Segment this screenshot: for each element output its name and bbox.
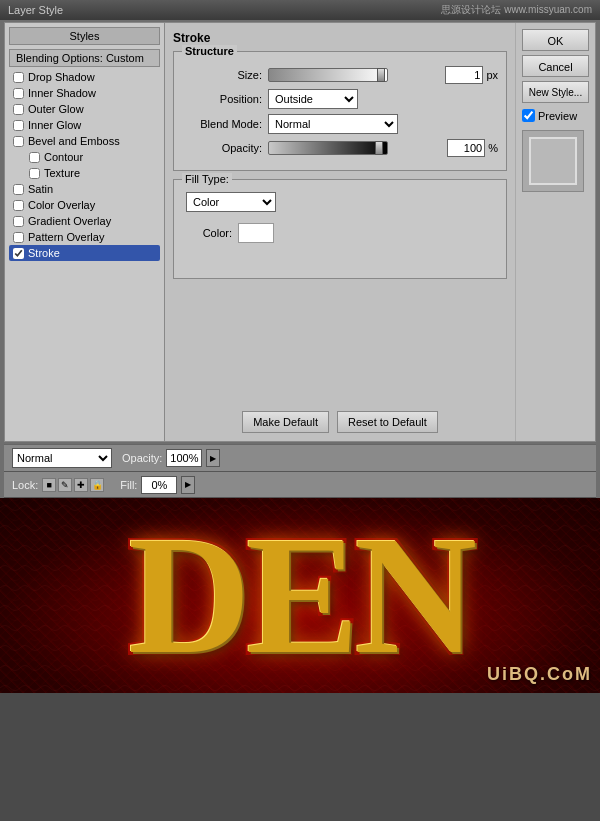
layer-item-texture[interactable]: Texture: [9, 165, 160, 181]
layer-item-contour[interactable]: Contour: [9, 149, 160, 165]
color-overlay-checkbox[interactable]: [13, 200, 24, 211]
layer-item-satin[interactable]: Satin: [9, 181, 160, 197]
drop-shadow-label: Drop Shadow: [28, 71, 95, 83]
toolbar-fill-arrow[interactable]: ▶: [181, 476, 195, 494]
color-overlay-label: Color Overlay: [28, 199, 95, 211]
size-input[interactable]: [445, 66, 483, 84]
fill-type-select[interactable]: Color Gradient Pattern: [186, 192, 276, 212]
preview-label: Preview: [538, 110, 577, 122]
lock-all-icon[interactable]: 🔒: [90, 478, 104, 492]
inner-shadow-label: Inner Shadow: [28, 87, 96, 99]
layer-item-pattern-overlay[interactable]: Pattern Overlay: [9, 229, 160, 245]
size-slider-container[interactable]: [268, 68, 441, 82]
structure-group: Structure Size: px: [173, 51, 507, 171]
drop-shadow-checkbox[interactable]: [13, 72, 24, 83]
watermark-top: 思源设计论坛 www.missyuan.com: [441, 3, 592, 17]
contour-label: Contour: [44, 151, 83, 163]
inner-glow-checkbox[interactable]: [13, 120, 24, 131]
toolbar-fill-value[interactable]: 0%: [141, 476, 177, 494]
make-default-button[interactable]: Make Default: [242, 411, 329, 433]
size-slider[interactable]: [268, 68, 388, 82]
new-style-button[interactable]: New Style...: [522, 81, 589, 103]
left-panel: Styles Blending Options: Custom Drop Sha…: [5, 23, 165, 441]
inner-shadow-checkbox[interactable]: [13, 88, 24, 99]
layer-item-inner-glow[interactable]: Inner Glow: [9, 117, 160, 133]
satin-label: Satin: [28, 183, 53, 195]
position-row: Position: Outside Inside Center: [182, 89, 498, 109]
pattern-overlay-checkbox[interactable]: [13, 232, 24, 243]
ok-button[interactable]: OK: [522, 29, 589, 51]
preview-box: [522, 130, 584, 192]
canvas-background: DEN DEN UiBQ.CoM: [0, 498, 600, 693]
toolbar-opacity-arrow[interactable]: ▶: [206, 449, 220, 467]
layer-item-outer-glow[interactable]: Outer Glow: [9, 101, 160, 117]
lock-position-icon[interactable]: ✚: [74, 478, 88, 492]
fill-label: Fill:: [120, 479, 137, 491]
size-slider-thumb[interactable]: [377, 68, 385, 82]
preview-checkbox[interactable]: [522, 109, 535, 122]
gradient-overlay-label: Gradient Overlay: [28, 215, 111, 227]
opacity-slider-thumb[interactable]: [375, 141, 383, 155]
layer-item-inner-shadow[interactable]: Inner Shadow: [9, 85, 160, 101]
structure-group-title: Structure: [182, 45, 237, 57]
gradient-overlay-checkbox[interactable]: [13, 216, 24, 227]
color-row: Color:: [182, 223, 498, 243]
blend-mode-select[interactable]: Normal Dissolve Multiply Screen Overlay: [268, 114, 398, 134]
layer-item-drop-shadow[interactable]: Drop Shadow: [9, 69, 160, 85]
position-label: Position:: [182, 93, 262, 105]
toolbar-opacity-value[interactable]: 100%: [166, 449, 202, 467]
lock-image-icon[interactable]: ✎: [58, 478, 72, 492]
opacity-label: Opacity:: [182, 142, 262, 154]
blending-options-item[interactable]: Blending Options: Custom: [9, 49, 160, 67]
layer-item-color-overlay[interactable]: Color Overlay: [9, 197, 160, 213]
stroke-label: Stroke: [28, 247, 60, 259]
gold-letters: DEN: [128, 498, 472, 693]
reset-to-default-button[interactable]: Reset to Default: [337, 411, 438, 433]
fill-type-title: Fill Type:: [182, 173, 232, 185]
fill-type-group: Fill Type: Color Gradient Pattern Color:: [173, 179, 507, 279]
blend-mode-label: Blend Mode:: [182, 118, 262, 130]
color-label: Color:: [182, 227, 232, 239]
satin-checkbox[interactable]: [13, 184, 24, 195]
blend-mode-row: Blend Mode: Normal Dissolve Multiply Scr…: [182, 114, 498, 134]
color-swatch[interactable]: [238, 223, 274, 243]
toolbar-blend-opacity: Normal Dissolve Multiply Opacity: 100% ▶: [4, 444, 596, 472]
layer-item-stroke[interactable]: Stroke: [9, 245, 160, 261]
preview-checkbox-row: Preview: [522, 109, 589, 122]
opacity-slider[interactable]: [268, 141, 388, 155]
lock-label: Lock:: [12, 479, 38, 491]
layer-item-bevel-emboss[interactable]: Bevel and Emboss: [9, 133, 160, 149]
opacity-input[interactable]: [447, 139, 485, 157]
bevel-emboss-checkbox[interactable]: [13, 136, 24, 147]
position-select[interactable]: Outside Inside Center: [268, 89, 358, 109]
canvas-watermark: UiBQ.CoM: [487, 664, 592, 685]
right-panel: Stroke Structure Size: px: [165, 23, 595, 441]
action-buttons-row: Make Default Reset to Default: [173, 411, 507, 433]
toolbar-lock-fill: Lock: ■ ✎ ✚ 🔒 Fill: 0% ▶: [4, 472, 596, 498]
actions-panel: OK Cancel New Style... Preview: [515, 23, 595, 441]
preview-inner: [529, 137, 577, 185]
contour-checkbox[interactable]: [29, 152, 40, 163]
outer-glow-checkbox[interactable]: [13, 104, 24, 115]
stroke-checkbox[interactable]: [13, 248, 24, 259]
dialog-title: Layer Style: [8, 4, 63, 16]
lock-icons-group: ■ ✎ ✚ 🔒: [42, 478, 104, 492]
size-label: Size:: [182, 69, 262, 81]
lock-transparency-icon[interactable]: ■: [42, 478, 56, 492]
toolbar-blend-select[interactable]: Normal Dissolve Multiply: [12, 448, 112, 468]
outer-glow-label: Outer Glow: [28, 103, 84, 115]
title-bar: Layer Style 思源设计论坛 www.missyuan.com: [0, 0, 600, 20]
texture-checkbox[interactable]: [29, 168, 40, 179]
size-row: Size: px: [182, 66, 498, 84]
stroke-settings-panel: Stroke Structure Size: px: [165, 23, 515, 441]
cancel-button[interactable]: Cancel: [522, 55, 589, 77]
gold-text-wrapper: DEN DEN: [128, 498, 472, 693]
layer-item-gradient-overlay[interactable]: Gradient Overlay: [9, 213, 160, 229]
canvas-area: DEN DEN UiBQ.CoM: [0, 498, 600, 821]
opacity-unit: %: [488, 142, 498, 154]
toolbar-opacity-label: Opacity:: [122, 452, 162, 464]
stroke-section-title: Stroke: [173, 31, 507, 45]
pattern-overlay-label: Pattern Overlay: [28, 231, 104, 243]
opacity-slider-container[interactable]: [268, 141, 443, 155]
styles-section-label[interactable]: Styles: [9, 27, 160, 45]
